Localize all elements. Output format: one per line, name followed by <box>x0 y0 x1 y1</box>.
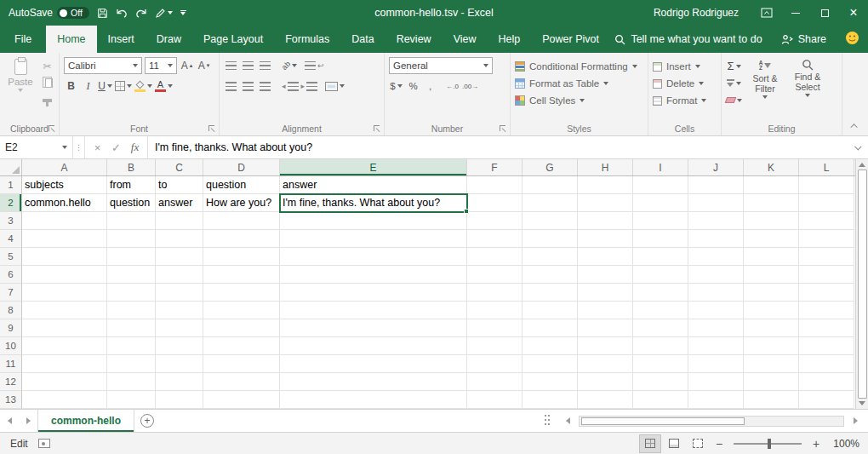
ribbon-display-options-button[interactable] <box>752 0 781 26</box>
cell-B12[interactable] <box>107 373 156 391</box>
bold-button[interactable]: B <box>64 78 78 95</box>
row-header-3[interactable]: 3 <box>0 212 22 230</box>
cell-G3[interactable] <box>523 212 578 230</box>
cell-I3[interactable] <box>633 212 688 230</box>
merge-center-button[interactable] <box>325 78 345 95</box>
select-all-corner[interactable] <box>0 159 22 175</box>
cell-K3[interactable] <box>744 212 799 230</box>
cell-A13[interactable] <box>22 391 107 409</box>
cell-B2[interactable]: question <box>107 194 156 212</box>
horizontal-scrollbar[interactable] <box>551 410 868 432</box>
cell-E8[interactable] <box>280 302 467 319</box>
cell-D8[interactable] <box>203 302 280 319</box>
collapse-ribbon-button[interactable] <box>848 120 863 132</box>
conditional-formatting-button[interactable]: Conditional Formatting <box>515 58 643 75</box>
row-header-7[interactable]: 7 <box>0 284 22 302</box>
cell-H10[interactable] <box>578 337 633 355</box>
cell-D3[interactable] <box>203 212 280 230</box>
customize-quick-access-button[interactable] <box>180 10 186 15</box>
cell-F10[interactable] <box>467 337 523 355</box>
cell-K6[interactable] <box>744 266 799 284</box>
cell-E11[interactable] <box>280 355 467 373</box>
cell-A7[interactable] <box>22 284 107 302</box>
cell-C10[interactable] <box>156 337 203 355</box>
cell-B10[interactable] <box>107 337 156 355</box>
cell-F13[interactable] <box>467 391 523 409</box>
cancel-entry-button[interactable]: × <box>89 139 106 157</box>
vertical-scrollbar[interactable] <box>855 159 868 409</box>
cell-L10[interactable] <box>799 337 854 355</box>
zoom-slider-thumb[interactable] <box>768 439 771 449</box>
cell-K1[interactable] <box>744 176 799 194</box>
column-header-F[interactable]: F <box>467 159 523 175</box>
undo-button[interactable] <box>116 8 128 18</box>
column-header-L[interactable]: L <box>799 159 854 175</box>
cell-H12[interactable] <box>578 373 633 391</box>
column-header-I[interactable]: I <box>633 159 688 175</box>
cell-styles-button[interactable]: Cell Styles <box>515 92 643 109</box>
increase-font-size-button[interactable]: A▴ <box>180 58 194 74</box>
cell-D10[interactable] <box>203 337 280 355</box>
decrease-font-size-button[interactable]: A▾ <box>197 58 211 74</box>
cell-J8[interactable] <box>688 302 744 319</box>
font-name-combo[interactable]: Calibri <box>64 57 142 74</box>
cell-J4[interactable] <box>688 230 744 248</box>
cell-F11[interactable] <box>467 355 523 373</box>
cell-L2[interactable] <box>799 194 854 212</box>
autosave-toggle[interactable]: Off <box>57 7 89 19</box>
cell-B8[interactable] <box>107 302 156 319</box>
cell-C9[interactable] <box>156 319 203 337</box>
cell-E2[interactable]: I'm fine, thanks. What about you? <box>280 194 467 212</box>
format-painter-button[interactable] <box>40 92 54 108</box>
cell-I2[interactable] <box>633 194 688 212</box>
cell-A2[interactable]: common.hello <box>22 194 107 212</box>
cell-G8[interactable] <box>523 302 578 319</box>
cell-H2[interactable] <box>578 194 633 212</box>
cell-E7[interactable] <box>280 284 467 302</box>
save-button[interactable] <box>97 8 108 19</box>
cell-H8[interactable] <box>578 302 633 319</box>
cell-C6[interactable] <box>156 266 203 284</box>
cell-C1[interactable]: to <box>156 176 203 194</box>
column-header-E[interactable]: E <box>280 159 467 175</box>
cell-B13[interactable] <box>107 391 156 409</box>
wrap-text-button[interactable]: ↩ <box>305 58 324 74</box>
row-header-9[interactable]: 9 <box>0 319 22 337</box>
name-box-splitter[interactable]: ⋮ <box>73 136 85 158</box>
cell-I10[interactable] <box>633 337 688 355</box>
cell-K5[interactable] <box>744 248 799 266</box>
alignment-dialog-launcher[interactable] <box>373 124 381 133</box>
vertical-scroll-thumb[interactable] <box>858 170 867 399</box>
insert-function-button[interactable]: fx <box>126 139 144 157</box>
cell-L1[interactable] <box>799 176 854 194</box>
cell-C4[interactable] <box>156 230 203 248</box>
cell-B3[interactable] <box>107 212 156 230</box>
align-top-button[interactable] <box>224 58 238 74</box>
draw-pen-button[interactable] <box>155 8 173 19</box>
cell-G1[interactable] <box>523 176 578 194</box>
tab-review[interactable]: Review <box>385 26 443 53</box>
increase-indent-button[interactable]: ▸ <box>301 78 318 95</box>
cell-L13[interactable] <box>799 391 854 409</box>
cell-F8[interactable] <box>467 302 523 319</box>
cell-D5[interactable] <box>203 248 280 266</box>
tab-insert[interactable]: Insert <box>97 26 146 53</box>
column-header-G[interactable]: G <box>523 159 578 175</box>
number-dialog-launcher[interactable] <box>499 124 507 133</box>
font-color-button[interactable]: A <box>155 78 173 95</box>
cell-G9[interactable] <box>523 319 578 337</box>
borders-button[interactable] <box>115 78 132 95</box>
row-header-13[interactable]: 13 <box>0 391 22 409</box>
cell-L12[interactable] <box>799 373 854 391</box>
row-header-1[interactable]: 1 <box>0 176 22 194</box>
cell-G6[interactable] <box>523 266 578 284</box>
cell-B5[interactable] <box>107 248 156 266</box>
tab-power-pivot[interactable]: Power Pivot <box>531 26 610 53</box>
enter-entry-button[interactable]: ✓ <box>107 139 125 157</box>
decrease-decimal-button[interactable]: .00→ <box>462 78 478 95</box>
sheet-tab-common-hello[interactable]: common-hello <box>37 410 134 432</box>
cell-F6[interactable] <box>467 266 523 284</box>
cell-A5[interactable] <box>22 248 107 266</box>
horizontal-scroll-thumb[interactable] <box>581 417 745 425</box>
cell-L8[interactable] <box>799 302 854 319</box>
